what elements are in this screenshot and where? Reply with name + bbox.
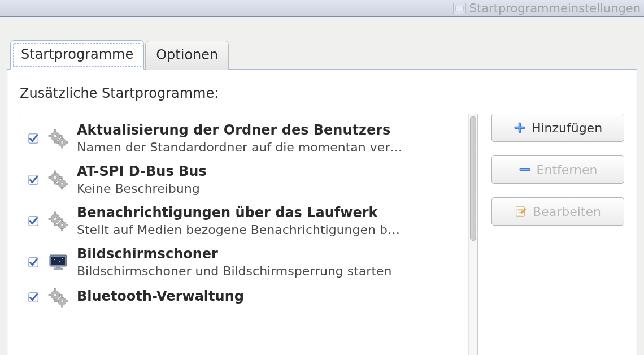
window-title: Startprogrammeinstellungen (469, 2, 641, 15)
button-column: Hinzufügen Entfernen Bearbeiten (491, 114, 624, 226)
add-button-label: Hinzufügen (532, 121, 602, 135)
section-label: Zusätzliche Startprogramme: (20, 85, 624, 101)
scrollbar[interactable] (468, 114, 477, 355)
edit-icon (515, 205, 527, 218)
remove-button-label: Entfernen (537, 163, 598, 177)
startup-list: Aktualisierung der Ordner des Benutzers … (20, 114, 478, 355)
scrollbar-thumb[interactable] (470, 116, 476, 241)
item-title: Bluetooth-Verwaltung (77, 288, 460, 304)
list-scroll: Aktualisierung der Ordner des Benutzers … (20, 114, 468, 355)
edit-button-label: Bearbeiten (533, 205, 601, 219)
checkbox[interactable] (27, 215, 40, 227)
checkbox[interactable] (27, 291, 40, 304)
list-item[interactable]: Bluetooth-Verwaltung (23, 283, 466, 312)
gears-icon (48, 211, 68, 231)
remove-button[interactable]: Entfernen (491, 155, 624, 184)
plus-icon (514, 122, 526, 134)
list-item[interactable]: AT-SPI D-Bus Bus Keine Beschreibung (23, 159, 466, 200)
item-desc: Keine Beschreibung (77, 181, 460, 196)
item-desc: Stellt auf Medien bezogene Benachrichtig… (77, 223, 460, 237)
minus-icon (519, 163, 531, 176)
item-title: AT-SPI D-Bus Bus (77, 163, 460, 179)
checkbox[interactable] (27, 132, 40, 145)
item-title: Aktualisierung der Ordner des Benutzers (77, 122, 460, 138)
list-item[interactable]: Benachrichtigungen über das Laufwerk Ste… (23, 200, 466, 241)
item-desc: Bildschirmschoner und Bildschirmsperrung… (77, 264, 460, 278)
window-body: Startprogramme Optionen Zusätzliche Star… (0, 17, 644, 355)
titlebar: Startprogrammeinstellungen (0, 0, 644, 17)
checkbox[interactable] (27, 174, 40, 186)
window-icon (453, 3, 466, 14)
edit-button[interactable]: Bearbeiten (491, 197, 624, 226)
gears-icon (48, 287, 68, 308)
content-split: Aktualisierung der Ordner des Benutzers … (20, 114, 624, 355)
tab-optionen[interactable]: Optionen (145, 41, 229, 70)
item-title: Bildschirmschoner (77, 246, 460, 262)
item-desc: Namen der Standardordner auf die momenta… (77, 140, 460, 154)
list-item[interactable]: Aktualisierung der Ordner des Benutzers … (23, 118, 466, 159)
list-item[interactable]: Bildschirmschoner Bildschirmschoner und … (23, 241, 466, 283)
checkbox[interactable] (27, 256, 40, 269)
monitor-icon (48, 252, 68, 272)
item-title: Benachrichtigungen über das Laufwerk (77, 205, 460, 220)
gears-icon (48, 128, 68, 149)
tab-startprogramme[interactable]: Startprogramme (10, 40, 144, 70)
gears-icon (48, 170, 68, 190)
add-button[interactable]: Hinzufügen (491, 114, 624, 142)
tab-page: Zusätzliche Startprogramme: Aktualisieru… (7, 69, 637, 355)
tab-row: Startprogramme Optionen (7, 40, 637, 69)
